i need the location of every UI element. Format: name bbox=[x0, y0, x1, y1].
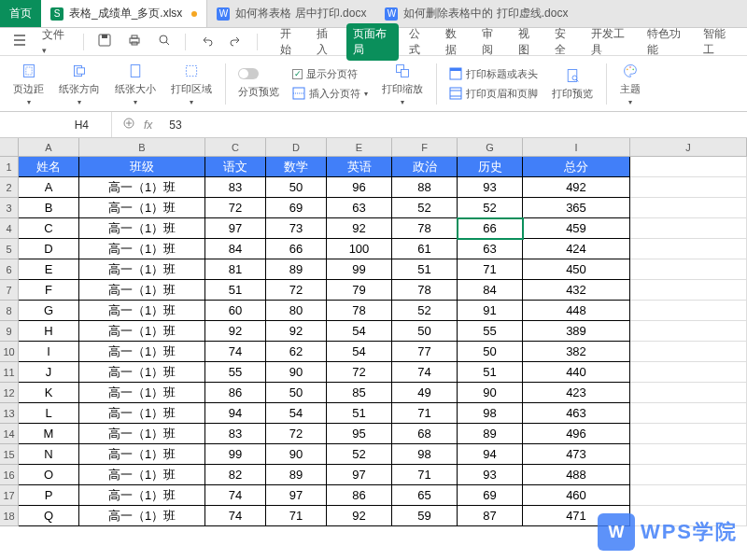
data-cell[interactable]: 66 bbox=[266, 239, 327, 259]
data-cell[interactable]: 60 bbox=[205, 301, 266, 321]
data-cell[interactable]: 71 bbox=[458, 259, 523, 280]
data-cell[interactable]: 54 bbox=[266, 403, 327, 424]
header-cell[interactable]: 总分 bbox=[523, 157, 630, 177]
menu-0[interactable]: 开始 bbox=[274, 23, 306, 61]
margin-button[interactable]: 页边距▾ bbox=[7, 62, 49, 106]
data-cell[interactable]: 98 bbox=[458, 403, 523, 424]
data-cell[interactable]: 高一（1）班 bbox=[79, 403, 205, 424]
save-icon[interactable] bbox=[92, 31, 117, 52]
undo-icon[interactable] bbox=[194, 31, 218, 52]
data-cell[interactable]: 72 bbox=[266, 424, 327, 444]
data-cell[interactable]: 94 bbox=[205, 403, 266, 424]
name-box[interactable]: H4 bbox=[0, 112, 112, 137]
title-row-button[interactable]: 打印标题或表头 bbox=[444, 65, 543, 83]
data-cell[interactable]: 54 bbox=[327, 321, 392, 342]
data-cell[interactable] bbox=[630, 280, 747, 301]
data-cell[interactable]: 62 bbox=[266, 342, 327, 362]
data-cell[interactable]: 85 bbox=[327, 383, 392, 403]
data-cell[interactable]: 71 bbox=[392, 465, 458, 485]
data-cell[interactable]: 389 bbox=[523, 321, 630, 342]
data-cell[interactable]: L bbox=[19, 403, 79, 424]
header-cell[interactable]: 姓名 bbox=[19, 157, 79, 177]
data-cell[interactable]: 84 bbox=[458, 280, 523, 301]
header-cell[interactable]: 数学 bbox=[266, 157, 327, 177]
data-cell[interactable]: 95 bbox=[327, 424, 392, 444]
data-cell[interactable]: 86 bbox=[327, 485, 392, 506]
data-cell[interactable]: I bbox=[19, 342, 79, 362]
tab-home[interactable]: 首页 bbox=[0, 0, 41, 27]
data-cell[interactable]: 78 bbox=[327, 301, 392, 321]
data-cell[interactable]: 49 bbox=[392, 383, 458, 403]
data-cell[interactable]: 90 bbox=[266, 362, 327, 383]
data-cell[interactable]: 90 bbox=[266, 444, 327, 465]
data-cell[interactable]: 52 bbox=[392, 301, 458, 321]
data-cell[interactable]: 93 bbox=[458, 177, 523, 198]
data-cell[interactable]: 88 bbox=[392, 177, 458, 198]
row-header[interactable]: 10 bbox=[0, 342, 18, 362]
menu-2[interactable]: 页面布局 bbox=[346, 23, 399, 61]
data-cell[interactable]: 高一（1）班 bbox=[79, 177, 205, 198]
data-cell[interactable]: 72 bbox=[266, 280, 327, 301]
data-cell[interactable]: 92 bbox=[205, 321, 266, 342]
data-cell[interactable]: 450 bbox=[523, 259, 630, 280]
print-scale-button[interactable]: 打印缩放▾ bbox=[376, 62, 429, 106]
data-cell[interactable]: 51 bbox=[205, 280, 266, 301]
print-icon[interactable] bbox=[122, 31, 147, 52]
data-cell[interactable]: 55 bbox=[205, 362, 266, 383]
row-header[interactable]: 1 bbox=[0, 157, 18, 177]
data-cell[interactable]: 高一（1）班 bbox=[79, 506, 205, 526]
data-cell[interactable]: K bbox=[19, 383, 79, 403]
data-cell[interactable]: 74 bbox=[205, 485, 266, 506]
data-cell[interactable]: 448 bbox=[523, 301, 630, 321]
data-cell[interactable]: 73 bbox=[266, 218, 327, 239]
data-cell[interactable]: M bbox=[19, 424, 79, 444]
col-header[interactable]: I bbox=[523, 138, 630, 156]
data-cell[interactable]: E bbox=[19, 259, 79, 280]
data-cell[interactable]: Q bbox=[19, 506, 79, 526]
select-all-corner[interactable] bbox=[0, 138, 19, 157]
data-cell[interactable]: 473 bbox=[523, 444, 630, 465]
data-cell[interactable]: 432 bbox=[523, 280, 630, 301]
data-cell[interactable]: 84 bbox=[205, 239, 266, 259]
data-cell[interactable] bbox=[630, 239, 747, 259]
data-cell[interactable]: 61 bbox=[392, 239, 458, 259]
page-break-preview[interactable]: 分页预览 bbox=[233, 83, 284, 101]
menu-1[interactable]: 插入 bbox=[310, 23, 343, 61]
data-cell[interactable] bbox=[630, 465, 747, 485]
data-cell[interactable]: 52 bbox=[392, 198, 458, 218]
menu-6[interactable]: 视图 bbox=[512, 23, 544, 61]
data-cell[interactable] bbox=[630, 301, 747, 321]
data-cell[interactable] bbox=[630, 485, 747, 506]
data-cell[interactable]: 高一（1）班 bbox=[79, 465, 205, 485]
col-header[interactable]: B bbox=[79, 138, 205, 156]
col-header[interactable]: E bbox=[327, 138, 392, 156]
data-cell[interactable]: G bbox=[19, 301, 79, 321]
tab-spreadsheet[interactable]: S 表格_成绩单_多页.xlsx bbox=[41, 0, 207, 27]
fx-icon[interactable]: fx bbox=[144, 119, 152, 132]
data-cell[interactable]: 72 bbox=[205, 198, 266, 218]
data-cell[interactable]: 71 bbox=[392, 403, 458, 424]
data-cell[interactable]: 496 bbox=[523, 424, 630, 444]
data-cell[interactable]: 52 bbox=[458, 198, 523, 218]
data-cell[interactable]: 92 bbox=[327, 218, 392, 239]
data-cell[interactable]: 80 bbox=[266, 301, 327, 321]
data-cell[interactable]: 89 bbox=[266, 465, 327, 485]
data-cell[interactable]: 高一（1）班 bbox=[79, 198, 205, 218]
data-cell[interactable]: B bbox=[19, 198, 79, 218]
data-cell[interactable]: 50 bbox=[266, 177, 327, 198]
data-cell[interactable]: 51 bbox=[392, 259, 458, 280]
data-cell[interactable] bbox=[630, 424, 747, 444]
data-cell[interactable]: 423 bbox=[523, 383, 630, 403]
row-header[interactable]: 18 bbox=[0, 506, 18, 526]
data-cell[interactable]: 50 bbox=[392, 321, 458, 342]
row-header[interactable]: 6 bbox=[0, 259, 18, 280]
row-header[interactable]: 17 bbox=[0, 485, 18, 506]
data-cell[interactable]: 50 bbox=[458, 342, 523, 362]
data-cell[interactable]: 99 bbox=[205, 444, 266, 465]
menu-7[interactable]: 安全 bbox=[548, 23, 581, 61]
data-cell[interactable]: 74 bbox=[392, 362, 458, 383]
data-cell[interactable] bbox=[630, 383, 747, 403]
data-cell[interactable]: 460 bbox=[523, 485, 630, 506]
data-cell[interactable]: 440 bbox=[523, 362, 630, 383]
grid[interactable]: 姓名班级语文数学英语政治历史总分A高一（1）班8350968893492B高一（… bbox=[19, 157, 747, 526]
